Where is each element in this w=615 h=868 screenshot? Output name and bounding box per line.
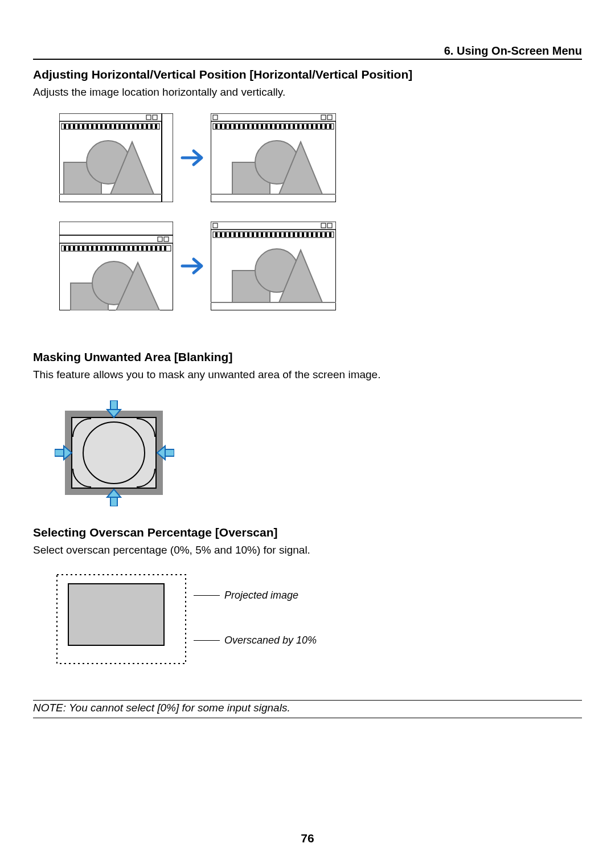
- note-text: NOTE: You cannot select [0%] for some in…: [33, 701, 582, 715]
- note-block: NOTE: You cannot select [0%] for some in…: [33, 700, 582, 718]
- label-projected-image: Projected image: [224, 589, 298, 601]
- section-body-blanking: This feature allows you to mask any unwa…: [33, 369, 582, 381]
- section-heading-blanking: Masking Unwanted Area [Blanking]: [33, 350, 582, 364]
- label-overscanned: Overscaned by 10%: [224, 634, 317, 646]
- chapter-header: 6. Using On-Screen Menu: [33, 44, 582, 60]
- svg-rect-142: [55, 449, 64, 456]
- svg-rect-140: [110, 497, 117, 506]
- svg-rect-136: [72, 417, 156, 488]
- figure-overscan: Projected image Overscaned by 10%: [56, 574, 582, 666]
- section-heading-position: Adjusting Horizontal/Vertical Position […: [33, 68, 582, 81]
- svg-rect-147: [68, 584, 164, 645]
- svg-rect-100: [211, 222, 336, 230]
- figure-position-adjust: [59, 113, 582, 310]
- section-heading-overscan: Selecting Overscan Percentage [Overscan]: [33, 526, 582, 539]
- arrow-right-icon: [179, 253, 205, 279]
- page-number: 76: [0, 832, 615, 845]
- svg-rect-32: [211, 113, 336, 121]
- figure-blanking: [55, 400, 582, 509]
- arrow-right-icon: [179, 145, 205, 171]
- svg-rect-138: [110, 400, 117, 410]
- section-body-position: Adjusts the image location horizontally …: [33, 86, 582, 99]
- svg-rect-144: [165, 449, 174, 456]
- svg-rect-69: [59, 235, 173, 243]
- section-body-overscan: Select overscan percentage (0%, 5% and 1…: [33, 544, 582, 556]
